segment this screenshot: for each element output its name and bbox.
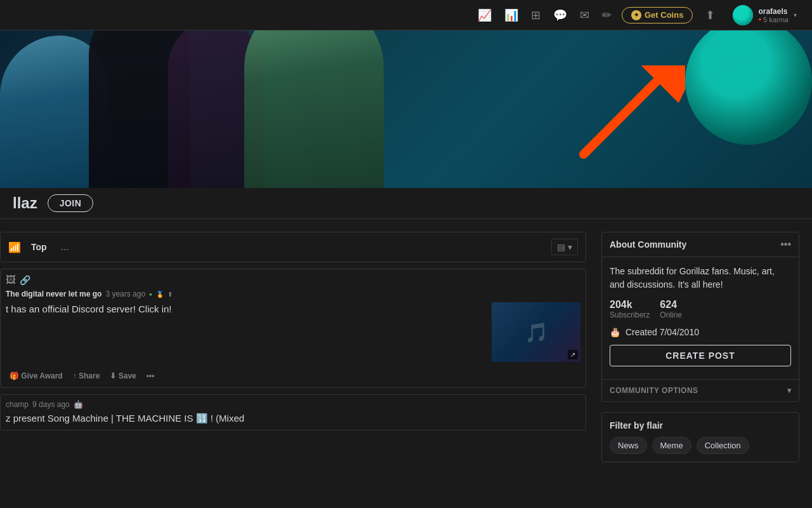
post-author[interactable]: The digital never let me go <box>6 290 102 298</box>
community-icon[interactable]: ⊞ <box>528 6 543 25</box>
subscribers-label: Subscriberz <box>610 311 650 319</box>
svg-line-1 <box>584 81 657 154</box>
karma-value: 5 karma <box>763 16 789 23</box>
post2-meta: champ 9 days ago 🤖 <box>6 400 580 409</box>
online-count: 624 <box>660 299 682 311</box>
subreddit-name: llaz <box>13 194 37 212</box>
coin-icon: ✦ <box>631 10 641 20</box>
username: orafaels <box>758 7 789 16</box>
create-post-button[interactable]: CREATE POST <box>610 345 791 366</box>
post-title: t has an official Discord server! Click … <box>6 302 487 316</box>
about-description: The subreddit for Gorillaz fans. Music, … <box>610 265 791 291</box>
sidebar: About Community ••• The subreddit for Go… <box>601 232 799 508</box>
post-actions: 🎁 Give Award ↑ Share ⬇ Save ••• <box>6 364 580 387</box>
flair-row: News Meme Collection <box>610 437 791 454</box>
post-inner: t has an official Discord server! Click … <box>6 302 580 362</box>
user-info: orafaels ● 5 karma <box>758 7 789 23</box>
trending-icon[interactable]: 📈 <box>475 6 494 25</box>
post2-time: 9 days ago <box>32 400 70 409</box>
main-content: 📶 Top ... ▤ ▾ 🖼 🔗 The digital never let … <box>0 219 812 508</box>
give-award-button[interactable]: 🎁 Give Award <box>6 368 67 384</box>
sort-more-button[interactable]: ... <box>57 239 73 255</box>
image-icon: 🖼 <box>6 274 16 286</box>
post-meta: 🖼 🔗 <box>6 274 580 286</box>
about-body: The subreddit for Gorillaz fans. Music, … <box>602 257 799 379</box>
about-community-card: About Community ••• The subreddit for Go… <box>601 232 799 402</box>
get-coins-button[interactable]: ✦ Get Coins <box>622 7 693 23</box>
post-thumbnail[interactable]: 🎵 ↗ <box>492 302 580 362</box>
subscribers-stat: 204k Subscriberz <box>610 299 650 319</box>
post-card-2: champ 9 days ago 🤖 z present Song Machin… <box>0 394 586 431</box>
about-header: About Community ••• <box>602 232 799 257</box>
chevron-down-icon: ▾ <box>787 386 792 395</box>
subscribers-count: 204k <box>610 299 650 311</box>
link-icon: 🔗 <box>20 275 30 285</box>
feed: 📶 Top ... ▤ ▾ 🖼 🔗 The digital never let … <box>0 232 586 508</box>
more-post-button[interactable]: ••• <box>143 368 159 384</box>
flair-meme[interactable]: Meme <box>652 437 691 454</box>
award-icon-1: 🏅 <box>156 291 164 298</box>
arrow-annotation <box>558 65 685 167</box>
post-time: 3 years ago <box>105 290 145 298</box>
top-icon: 📶 <box>8 241 21 253</box>
post2-title: z present Song Machine | THE MACHINE IS … <box>6 411 580 425</box>
chevron-down-icon[interactable]: ▾ <box>794 11 797 18</box>
karma: ● 5 karma <box>758 16 789 23</box>
chat-icon[interactable]: 💬 <box>551 6 570 25</box>
sort-bar: 📶 Top ... ▤ ▾ <box>0 232 586 262</box>
top-nav: 📈 📊 ⊞ 💬 ✉ ✏ ✦ Get Coins ⬆ orafaels ● 5 k… <box>0 0 812 30</box>
banner-characters <box>0 30 495 188</box>
post2-author[interactable]: champ <box>6 400 29 409</box>
thumbnail-overlay: ↗ <box>568 350 578 359</box>
about-title: About Community <box>610 239 686 250</box>
user-menu[interactable]: orafaels ● 5 karma ▾ <box>728 3 802 28</box>
online-indicator: ● <box>149 291 152 297</box>
filter-by-flair-card: Filter by flair News Meme Collection <box>601 412 799 462</box>
character-4 <box>244 30 384 188</box>
subreddit-banner <box>0 30 812 188</box>
robot-icon: 🤖 <box>74 400 83 409</box>
online-label: Online <box>660 311 682 319</box>
flair-collection[interactable]: Collection <box>697 437 749 454</box>
online-stat: 624 Online <box>660 299 682 319</box>
subreddit-info-bar: llaz JOIN <box>0 188 812 219</box>
profile-circle <box>685 30 812 145</box>
sort-top-button[interactable]: Top <box>26 239 52 255</box>
created-date: Created 7/04/2010 <box>625 327 699 337</box>
karma-dot-icon: ● <box>758 17 761 22</box>
avatar <box>733 5 753 25</box>
mail-icon[interactable]: ✉ <box>577 6 592 25</box>
about-more-button[interactable]: ••• <box>780 239 791 250</box>
filter-title: Filter by flair <box>610 420 791 431</box>
join-button[interactable]: JOIN <box>48 194 94 212</box>
community-options-button[interactable]: COMMUNITY OPTIONS ▾ <box>602 379 799 401</box>
created-row: 🎂 Created 7/04/2010 <box>610 327 791 337</box>
get-coins-label: Get Coins <box>645 10 683 20</box>
post-author-meta: The digital never let me go 3 years ago … <box>6 290 580 298</box>
post-card: 🖼 🔗 The digital never let me go 3 years … <box>0 269 586 388</box>
community-options-label: COMMUNITY OPTIONS <box>610 386 698 395</box>
share-button[interactable]: ⬆ <box>700 6 720 25</box>
arrow-svg <box>558 65 685 167</box>
share-post-button[interactable]: ↑ Share <box>69 368 104 384</box>
layout-button[interactable]: ▤ ▾ <box>551 239 578 255</box>
edit-icon[interactable]: ✏ <box>599 6 614 25</box>
stats-row: 204k Subscriberz 624 Online <box>610 299 791 319</box>
post-text: t has an official Discord server! Click … <box>6 302 487 321</box>
cake-icon: 🎂 <box>610 327 620 337</box>
award-icon-2: ⬆ <box>167 291 173 298</box>
chart-icon[interactable]: 📊 <box>502 6 521 25</box>
save-post-button[interactable]: ⬇ Save <box>106 368 140 384</box>
flair-news[interactable]: News <box>610 437 647 454</box>
